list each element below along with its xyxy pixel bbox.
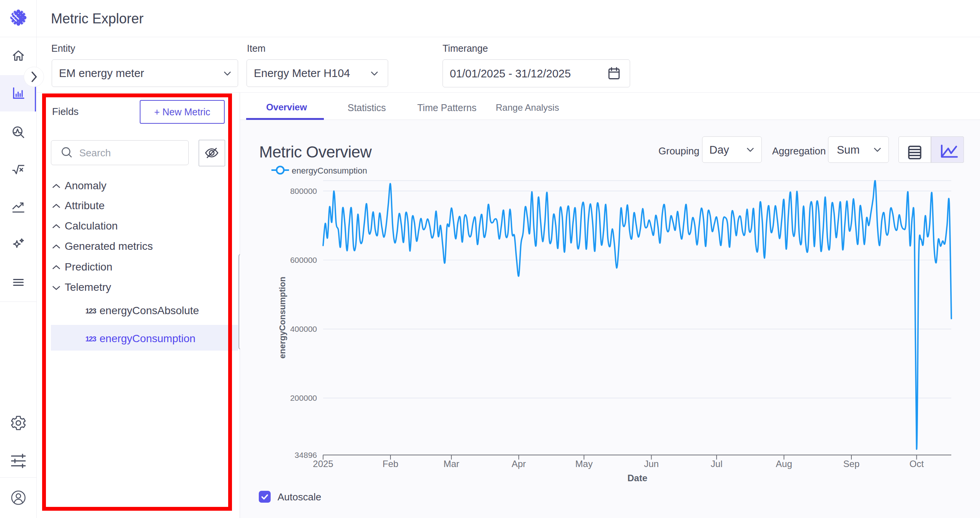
svg-text:600000: 600000	[290, 256, 317, 264]
svg-text:May: May	[575, 459, 593, 469]
svg-text:200000: 200000	[290, 393, 317, 402]
svg-text:Apr: Apr	[511, 459, 526, 469]
svg-text:Aug: Aug	[776, 459, 792, 469]
svg-text:800000: 800000	[290, 187, 317, 195]
svg-text:Oct: Oct	[910, 459, 924, 469]
svg-text:34896: 34896	[295, 451, 317, 459]
svg-text:Jul: Jul	[711, 459, 723, 469]
svg-text:Sep: Sep	[843, 459, 860, 469]
svg-text:Feb: Feb	[382, 459, 398, 469]
svg-text:Date: Date	[627, 473, 647, 483]
svg-text:energyConsumption: energyConsumption	[278, 277, 287, 359]
svg-text:2025: 2025	[313, 459, 333, 469]
svg-text:Jun: Jun	[644, 459, 659, 469]
svg-text:Mar: Mar	[443, 459, 459, 469]
svg-text:400000: 400000	[290, 325, 317, 333]
